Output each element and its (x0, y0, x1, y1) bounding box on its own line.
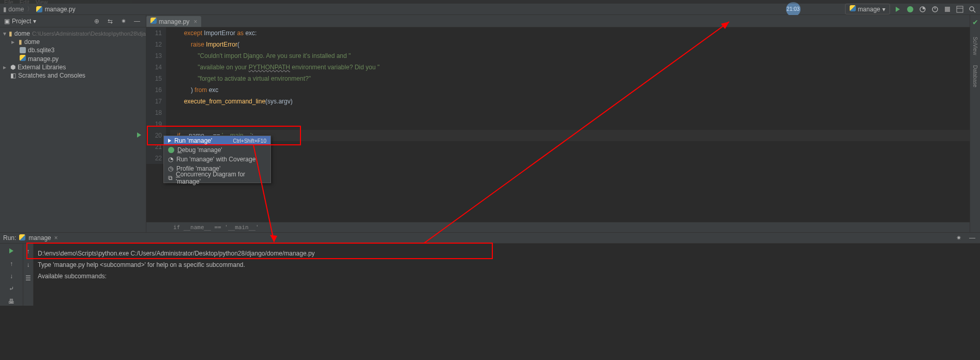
console-output[interactable]: D:\envs\demo\Scripts\python.exe C:/Users… (34, 244, 980, 306)
search-everywhere-button[interactable] (968, 5, 977, 14)
console-line: Type 'manage.py help <subcommand>' for h… (38, 259, 980, 271)
tree-scratches[interactable]: ◧ Scratches and Consoles (0, 71, 146, 80)
sidebar-header: ▣ Project ▾ ⊕ ⇆ ✷ — (0, 15, 146, 27)
database-icon (20, 47, 26, 53)
debug-button[interactable] (906, 5, 915, 14)
run-label: Run: (3, 234, 16, 242)
tree-db-file[interactable]: db.sqlite3 (0, 46, 146, 54)
sciview-tool[interactable]: SciView (972, 37, 978, 55)
scratch-icon: ◧ (10, 72, 16, 79)
sidebar-title[interactable]: Project (12, 18, 31, 25)
collapse-icon[interactable]: ⇆ (105, 17, 115, 26)
menubar[interactable]: File Edit View (0, 0, 980, 4)
scroll-up-icon[interactable]: ↑ (7, 259, 16, 267)
navigation-bar: ▮ dome 〉 manage.py 21:03 manage ▾ (0, 4, 980, 15)
profile-icon: ◷ (168, 165, 173, 172)
editor-area: manage.py × 111213141516171819202122 exc… (146, 15, 980, 232)
breadcrumb[interactable]: ▮ dome 〉 manage.py (3, 5, 76, 13)
ctx-run[interactable]: Run 'manage' Ctrl+Shift+F10 (164, 136, 270, 145)
python-icon (850, 5, 856, 13)
chevron-down-icon: ▾ (882, 6, 885, 13)
library-icon: ⬢ (10, 64, 16, 71)
breadcrumb-root[interactable]: ▮ dome (3, 6, 24, 13)
project-tree[interactable]: ▾▮ dome C:\Users\Administrator\Desktop\p… (0, 27, 146, 82)
project-sidebar: ▣ Project ▾ ⊕ ⇆ ✷ — ▾▮ dome C:\Users\Adm… (0, 15, 146, 232)
profile-button[interactable] (930, 5, 940, 14)
ctx-debug[interactable]: Debug 'manage' (164, 145, 270, 155)
svg-point-6 (970, 7, 974, 11)
clock-widget[interactable]: 21:03 (786, 2, 801, 17)
right-tool-rail: ✔ SciView Database (970, 15, 980, 232)
ctx-concurrency[interactable]: ⧉ Concurrency Diagram for 'manage' (164, 173, 270, 183)
run-toolwindow-header: Run: manage × ✷ — (0, 232, 980, 244)
run-toolbar-2: ↑ ↓ ☰ (23, 244, 34, 306)
hide-icon[interactable]: — (132, 17, 142, 26)
breadcrumb-file[interactable]: manage.py (36, 6, 75, 13)
scroll-down-icon[interactable]: ↓ (7, 272, 16, 280)
filter-icon[interactable]: ☰ (24, 274, 33, 283)
inspection-ok-icon[interactable]: ✔ (972, 18, 978, 26)
editor-tabs[interactable]: manage.py × (146, 15, 980, 27)
run-with-coverage-button[interactable] (918, 5, 927, 14)
rerun-button[interactable] (7, 247, 16, 255)
tree-folder[interactable]: ▸▮ dome (0, 38, 146, 46)
database-tool[interactable]: Database (972, 65, 978, 87)
ctx-coverage[interactable]: ◔ Run 'manage' with Coverage (164, 155, 270, 164)
run-config-label: manage (858, 6, 880, 13)
up-icon[interactable]: ↑ (24, 247, 33, 256)
main-split: ▣ Project ▾ ⊕ ⇆ ✷ — ▾▮ dome C:\Users\Adm… (0, 15, 980, 232)
tab-label: manage.py (159, 18, 189, 25)
run-config-selector[interactable]: manage ▾ (845, 4, 890, 14)
editor-tab[interactable]: manage.py × (146, 16, 201, 27)
hide-icon[interactable]: — (968, 233, 977, 243)
tree-external-libs[interactable]: ▸⬢ External Libraries (0, 63, 146, 71)
python-icon (20, 55, 26, 63)
python-icon (150, 18, 157, 25)
down-icon[interactable]: ↓ (24, 260, 33, 269)
run-icon (168, 139, 171, 143)
soft-wrap-icon[interactable]: ⤶ (7, 284, 16, 293)
project-tool-icon: ▣ (4, 18, 10, 25)
close-icon[interactable]: × (193, 18, 197, 25)
run-toolwindow: ↑ ↓ ⤶ 🖶 ↑ ↓ ☰ D:\envs\demo\Scripts\pytho… (0, 244, 980, 306)
python-icon (19, 234, 25, 242)
close-icon[interactable]: × (54, 234, 58, 242)
svg-rect-3 (945, 7, 950, 12)
tree-py-file[interactable]: manage.py (0, 54, 146, 63)
editor-breadcrumb[interactable]: if __name__ == '__main__' (146, 222, 980, 232)
code-content[interactable]: except ImportError as exc: raise ImportE… (166, 27, 980, 164)
stop-button[interactable] (943, 5, 952, 14)
print-icon[interactable]: 🖶 (7, 297, 16, 306)
console-line: Available subcommands: (38, 271, 980, 282)
menu-item[interactable]: File (4, 0, 13, 4)
console-line: D:\envs\demo\Scripts\python.exe C:/Users… (38, 248, 980, 259)
context-menu: Run 'manage' Ctrl+Shift+F10 Debug 'manag… (163, 136, 271, 183)
target-icon[interactable]: ⊕ (92, 17, 101, 26)
coverage-icon: ◔ (168, 156, 173, 163)
tree-root[interactable]: ▾▮ dome C:\Users\Administrator\Desktop\p… (0, 29, 146, 38)
svg-rect-4 (957, 6, 963, 12)
run-gutter-icon[interactable] (137, 130, 141, 141)
gear-icon[interactable]: ✷ (954, 233, 963, 243)
run-tab-label[interactable]: manage (28, 234, 51, 242)
bug-icon (168, 147, 174, 153)
svg-line-7 (973, 10, 975, 12)
code-editor[interactable]: 111213141516171819202122 except ImportEr… (146, 27, 980, 164)
menu-item[interactable]: Edit (20, 0, 29, 4)
gear-icon[interactable]: ✷ (119, 17, 128, 26)
run-toolbar: ↑ ↓ ⤶ 🖶 (0, 244, 23, 306)
chevron-down-icon[interactable]: ▾ (33, 18, 36, 25)
menu-item[interactable]: View (36, 0, 48, 4)
toolbar-right: 21:03 manage ▾ (786, 2, 977, 17)
layout-button[interactable] (955, 5, 964, 14)
diagram-icon: ⧉ (168, 174, 173, 182)
run-button[interactable] (893, 5, 902, 14)
